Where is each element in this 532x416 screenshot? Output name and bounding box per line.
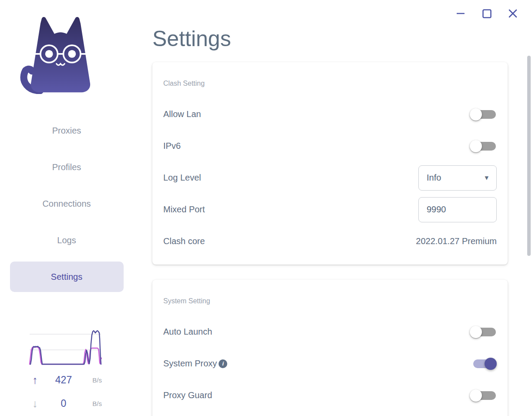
row-proxy-guard: Proxy Guard: [163, 379, 497, 411]
proxy-guard-toggle[interactable]: [470, 389, 497, 402]
maximize-button[interactable]: [478, 6, 495, 21]
toggle-knob: [470, 389, 482, 402]
row-system-proxy: System Proxy i: [163, 348, 497, 379]
sidebar-item-profiles[interactable]: Profiles: [10, 149, 124, 185]
upload-speed-value: 427: [43, 374, 84, 386]
sidebar-item-label: Proxies: [10, 115, 124, 146]
arrow-down-icon: ↓: [29, 397, 43, 410]
toggle-knob: [470, 140, 482, 152]
mixed-port-label: Mixed Port: [163, 205, 205, 215]
row-clash-core: Clash core 2022.01.27 Premium: [163, 225, 497, 257]
ipv6-label: IPv6: [163, 141, 181, 151]
allow-lan-toggle[interactable]: [470, 108, 497, 121]
card-title: System Setting: [163, 280, 497, 305]
sidebar-item-label: Profiles: [10, 152, 124, 182]
log-level-value: Info: [427, 173, 441, 183]
sidebar-nav: Proxies Profiles Connections Logs Settin…: [0, 112, 133, 295]
clash-setting-card: Clash Setting Allow Lan IPv6 Log Level: [152, 62, 508, 265]
row-log-level: Log Level Info ▾: [163, 162, 497, 194]
mixed-port-input[interactable]: [427, 205, 488, 215]
info-icon[interactable]: i: [219, 359, 227, 368]
upload-speed-row: ↑ 427 B/s: [29, 372, 102, 387]
auto-launch-label: Auto Launch: [163, 327, 212, 337]
log-level-select[interactable]: Info ▾: [418, 165, 497, 191]
upload-line: [30, 331, 101, 364]
row-ipv6: IPv6: [163, 130, 497, 162]
download-speed-row: ↓ 0 B/s: [29, 396, 102, 411]
download-speed-value: 0: [43, 398, 84, 409]
traffic-sparkline: [29, 325, 102, 366]
auto-launch-toggle[interactable]: [470, 326, 497, 338]
ipv6-toggle[interactable]: [470, 140, 497, 152]
system-proxy-toggle[interactable]: [470, 358, 497, 370]
system-proxy-label: System Proxy: [163, 359, 217, 369]
log-level-label: Log Level: [163, 173, 201, 183]
minimize-button[interactable]: [452, 6, 469, 21]
sidebar-item-logs[interactable]: Logs: [10, 222, 124, 258]
clash-cat-logo-icon: [19, 12, 102, 94]
page-title: Settings: [152, 26, 231, 51]
card-title: Clash Setting: [163, 62, 497, 87]
sidebar-item-label: Settings: [10, 262, 124, 292]
row-mixed-port: Mixed Port: [163, 194, 497, 225]
row-auto-launch: Auto Launch: [163, 316, 497, 348]
sidebar-item-proxies[interactable]: Proxies: [10, 112, 124, 149]
arrow-up-icon: ↑: [29, 374, 43, 386]
sidebar-item-label: Connections: [10, 188, 124, 219]
clash-core-version: 2022.01.27 Premium: [416, 236, 497, 246]
system-setting-card: System Setting Auto Launch System Proxy …: [152, 280, 508, 416]
toggle-knob: [485, 358, 497, 370]
mixed-port-field: [418, 197, 497, 222]
close-button[interactable]: [504, 6, 522, 21]
sidebar-item-label: Logs: [10, 225, 124, 255]
sidebar-item-settings[interactable]: Settings: [10, 258, 124, 295]
close-icon: [508, 9, 518, 18]
minimize-icon: [457, 12, 465, 15]
toggle-knob: [470, 108, 482, 121]
sidebar: Proxies Profiles Connections Logs Settin…: [0, 0, 133, 416]
upload-speed-unit: B/s: [84, 376, 102, 384]
toggle-knob: [470, 326, 482, 338]
download-speed-unit: B/s: [84, 400, 102, 407]
maximize-icon: [482, 9, 492, 18]
proxy-guard-label: Proxy Guard: [163, 390, 212, 400]
allow-lan-label: Allow Lan: [163, 109, 201, 119]
vertical-scrollbar-thumb[interactable]: [527, 56, 531, 256]
clash-core-label: Clash core: [163, 236, 205, 246]
window-controls: [452, 6, 522, 21]
chevron-down-icon: ▾: [485, 173, 488, 182]
row-allow-lan: Allow Lan: [163, 98, 497, 130]
sidebar-item-connections[interactable]: Connections: [10, 185, 124, 222]
